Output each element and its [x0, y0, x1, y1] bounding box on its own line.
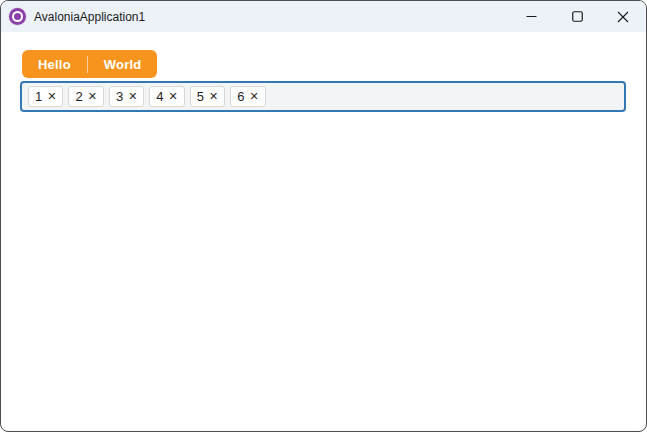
chips-input-container[interactable]: 1✕2✕3✕4✕5✕6✕	[20, 81, 626, 112]
close-icon	[617, 11, 629, 23]
chip-label: 2	[75, 90, 82, 103]
maximize-button[interactable]	[554, 1, 600, 32]
tab-hello[interactable]: Hello	[22, 50, 87, 78]
client-area: HelloWorld 1✕2✕3✕4✕5✕6✕	[1, 32, 646, 112]
chip-3[interactable]: 3✕	[109, 86, 144, 107]
chip-label: 5	[197, 90, 204, 103]
chip-close-icon[interactable]: ✕	[209, 91, 218, 102]
tab-world[interactable]: World	[88, 50, 158, 78]
minimize-button[interactable]	[508, 1, 554, 32]
close-button[interactable]	[600, 1, 646, 32]
window-title: AvaloniaApplication1	[34, 10, 145, 24]
app-window: AvaloniaApplication1 HelloWorld 1✕2✕3✕4✕…	[0, 0, 647, 432]
chip-label: 1	[35, 90, 42, 103]
chip-label: 4	[156, 90, 163, 103]
chip-1[interactable]: 1✕	[28, 86, 63, 107]
chip-close-icon[interactable]: ✕	[169, 91, 178, 102]
chip-5[interactable]: 5✕	[190, 86, 225, 107]
tab-strip: HelloWorld	[22, 50, 157, 78]
chip-label: 3	[116, 90, 123, 103]
minimize-icon	[526, 11, 537, 22]
chip-4[interactable]: 4✕	[149, 86, 184, 107]
chip-close-icon[interactable]: ✕	[128, 91, 137, 102]
title-bar[interactable]: AvaloniaApplication1	[1, 1, 646, 32]
maximize-icon	[572, 11, 583, 22]
chip-6[interactable]: 6✕	[230, 86, 265, 107]
chip-close-icon[interactable]: ✕	[47, 91, 56, 102]
chip-2[interactable]: 2✕	[68, 86, 103, 107]
chip-close-icon[interactable]: ✕	[88, 91, 97, 102]
chip-label: 6	[237, 90, 244, 103]
chip-close-icon[interactable]: ✕	[250, 91, 259, 102]
avalonia-logo-icon	[9, 8, 26, 25]
